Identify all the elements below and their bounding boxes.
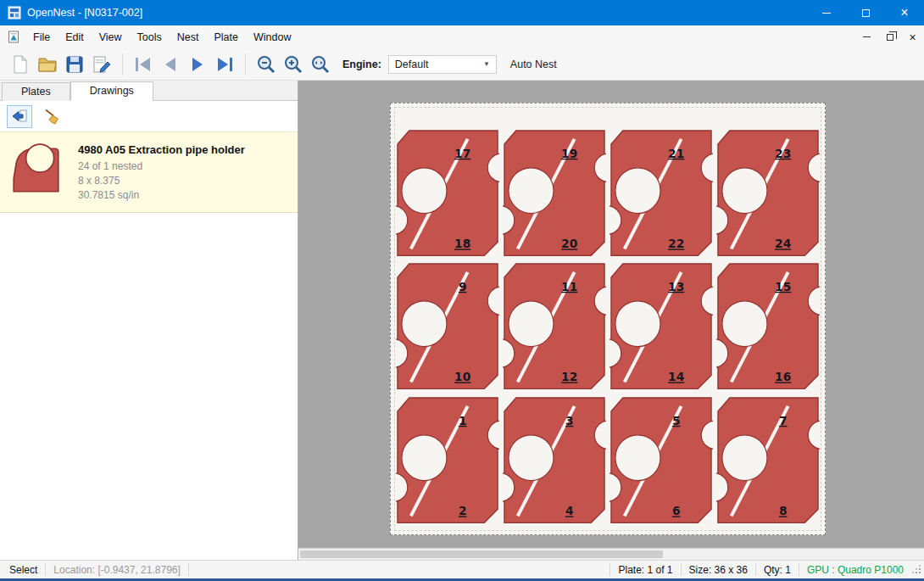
menu-view[interactable]: View bbox=[92, 27, 130, 47]
zoom-in-button[interactable] bbox=[280, 51, 307, 78]
part-number-top: 5 bbox=[672, 413, 681, 427]
save-as-icon bbox=[92, 54, 112, 75]
chevron-down-icon: ▼ bbox=[483, 60, 490, 68]
plate-parts: 171819202122232491011121314151612345678 bbox=[390, 103, 826, 535]
nested-part-pair[interactable]: 34 bbox=[503, 396, 606, 524]
drawing-list-item[interactable]: 4980 A05 Extraction pipe holder 24 of 1 … bbox=[0, 131, 298, 213]
part-number-top: 21 bbox=[668, 147, 684, 160]
main-toolbar: Engine: Default ▼ Auto Nest bbox=[0, 48, 924, 81]
minimize-button[interactable] bbox=[807, 0, 846, 25]
part-number-bottom: 4 bbox=[565, 504, 574, 517]
content-area: Plates Drawings bbox=[0, 81, 924, 560]
menu-bar: File Edit View Tools Nest Plate Window × bbox=[0, 25, 924, 48]
send-to-nest-button[interactable] bbox=[7, 105, 32, 128]
status-size: Size: 36 x 36 bbox=[689, 564, 748, 576]
maximize-button[interactable] bbox=[846, 0, 885, 25]
go-previous-icon bbox=[159, 55, 181, 74]
toolbar-separator bbox=[122, 53, 123, 75]
broom-icon bbox=[43, 108, 60, 125]
tab-plates[interactable]: Plates bbox=[2, 82, 70, 101]
status-qty: Qty: 1 bbox=[764, 564, 791, 576]
nested-part-pair[interactable]: 12 bbox=[396, 396, 499, 524]
part-thumbnail bbox=[8, 142, 64, 198]
engine-select[interactable]: Default ▼ bbox=[388, 55, 497, 74]
mdi-close-button[interactable]: × bbox=[901, 25, 924, 48]
close-button[interactable]: × bbox=[885, 0, 924, 25]
drawing-nested-count: 24 of 1 nested bbox=[78, 159, 245, 174]
nested-part-pair[interactable]: 1516 bbox=[716, 262, 820, 390]
status-separator bbox=[681, 563, 682, 576]
go-last-button[interactable] bbox=[211, 51, 238, 78]
mdi-restore-button[interactable] bbox=[878, 25, 901, 48]
save-button[interactable] bbox=[61, 51, 88, 78]
open-button[interactable] bbox=[34, 51, 61, 78]
part-number-top: 9 bbox=[459, 280, 467, 293]
nest-canvas[interactable]: 171819202122232491011121314151612345678 bbox=[298, 81, 924, 560]
part-number-bottom: 20 bbox=[561, 237, 577, 250]
menu-file[interactable]: File bbox=[25, 27, 58, 47]
go-previous-button[interactable] bbox=[157, 51, 184, 78]
go-next-button[interactable] bbox=[184, 51, 211, 78]
nested-part-pair[interactable]: 1314 bbox=[610, 262, 713, 390]
status-location: Location: [-0.9437, 21.8796] bbox=[53, 564, 180, 576]
title-bar: OpenNest - [N0317-002] × bbox=[0, 0, 924, 25]
zoom-out-icon bbox=[256, 54, 276, 75]
part-number-top: 1 bbox=[459, 413, 467, 427]
status-plate: Plate: 1 of 1 bbox=[618, 564, 672, 576]
zoom-out-button[interactable] bbox=[253, 51, 280, 78]
part-number-bottom: 6 bbox=[672, 504, 681, 517]
go-last-icon bbox=[214, 55, 236, 74]
mdi-minimize-icon bbox=[863, 36, 871, 37]
resize-grip-dots bbox=[919, 572, 921, 573]
app-icon bbox=[8, 6, 21, 20]
menu-plate[interactable]: Plate bbox=[206, 27, 246, 47]
menu-tools[interactable]: Tools bbox=[130, 27, 170, 47]
nested-part-pair[interactable]: 910 bbox=[396, 262, 499, 390]
part-number-bottom: 16 bbox=[775, 371, 791, 384]
part-number-top: 11 bbox=[561, 280, 577, 293]
part-number-top: 3 bbox=[565, 413, 574, 427]
part-number-top: 15 bbox=[775, 280, 791, 293]
nested-part-pair[interactable]: 78 bbox=[716, 396, 820, 524]
new-button[interactable] bbox=[7, 51, 34, 78]
part-number-top: 23 bbox=[775, 147, 791, 160]
menu-edit[interactable]: Edit bbox=[58, 27, 92, 47]
resize-grip[interactable] bbox=[910, 563, 924, 577]
status-separator bbox=[799, 563, 799, 576]
status-separator bbox=[188, 563, 189, 576]
clear-button[interactable] bbox=[39, 105, 64, 128]
auto-nest-button[interactable]: Auto Nest bbox=[510, 59, 557, 70]
drawing-title: 4980 A05 Extraction pipe holder bbox=[78, 143, 245, 156]
nested-part-pair[interactable]: 2324 bbox=[716, 129, 820, 257]
part-number-bottom: 24 bbox=[775, 237, 791, 250]
part-number-top: 13 bbox=[668, 280, 684, 293]
menu-window[interactable]: Window bbox=[246, 27, 298, 47]
part-number-bottom: 12 bbox=[561, 371, 577, 384]
scrollbar-thumb[interactable] bbox=[300, 550, 663, 558]
status-bar: Select Location: [-0.9437, 21.8796] Plat… bbox=[0, 560, 924, 578]
drawings-toolbar bbox=[0, 101, 298, 131]
zoom-fit-button[interactable] bbox=[307, 51, 334, 78]
mdi-minimize-button[interactable] bbox=[855, 25, 878, 48]
minimize-icon bbox=[822, 13, 831, 14]
tab-drawings[interactable]: Drawings bbox=[70, 81, 153, 101]
nested-part-pair[interactable]: 1112 bbox=[503, 262, 606, 390]
app-window: OpenNest - [N0317-002] × File Edit View … bbox=[0, 0, 924, 581]
part-number-top: 17 bbox=[454, 147, 470, 160]
nested-part-pair[interactable]: 1718 bbox=[396, 129, 499, 257]
window-title: OpenNest - [N0317-002] bbox=[27, 7, 142, 19]
mdi-restore-icon bbox=[887, 34, 893, 41]
nested-part-pair[interactable]: 56 bbox=[610, 396, 713, 524]
nested-part-pair[interactable]: 2122 bbox=[610, 129, 713, 257]
menu-nest[interactable]: Nest bbox=[170, 27, 207, 47]
close-icon: × bbox=[900, 6, 908, 20]
tab-strip: Plates Drawings bbox=[0, 81, 298, 101]
horizontal-scrollbar[interactable] bbox=[298, 548, 924, 560]
save-as-button[interactable] bbox=[88, 51, 115, 78]
nested-part-pair[interactable]: 1920 bbox=[503, 129, 606, 257]
go-first-button[interactable] bbox=[130, 51, 157, 78]
go-first-icon bbox=[132, 55, 154, 74]
drawing-area: 30.7815 sq/in bbox=[78, 188, 245, 203]
save-icon bbox=[64, 54, 85, 75]
toolbar-separator bbox=[245, 53, 246, 75]
